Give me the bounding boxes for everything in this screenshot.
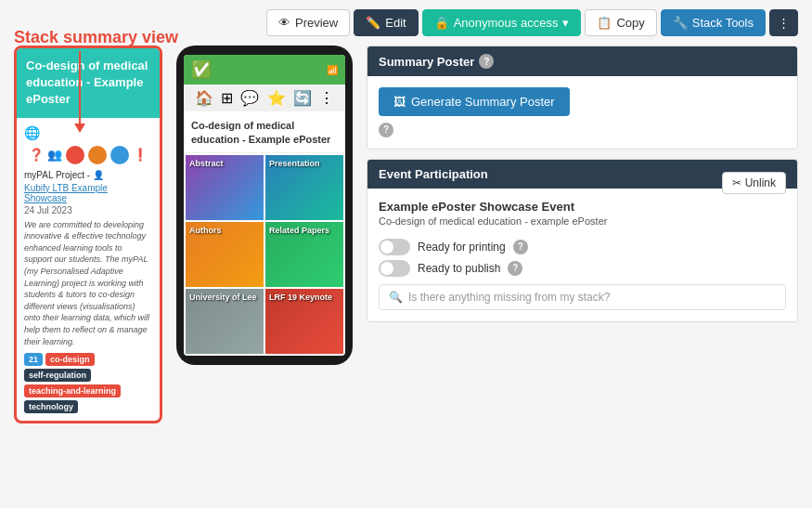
ready-printing-toggle[interactable] (379, 239, 410, 255)
tile-presentation-label: Presentation (269, 159, 320, 168)
mobile-screen: ✅ 📶 🏠 ⊞ 💬 ⭐ 🔄 ⋮ Co-design of medical edu… (184, 55, 345, 356)
blue-dot (110, 146, 129, 164)
copy-label: Copy (616, 16, 644, 30)
stack-card-body: 🌐 ❓ 👥 ❗ myPAL Project - 👤 Kubify LTB Exa… (17, 118, 160, 422)
tile-university-label: University of Lee (189, 293, 257, 302)
printing-help-icon[interactable]: ? (513, 240, 528, 254)
preview-button[interactable]: 👁 Preview (266, 9, 350, 36)
stack-tools-label: Stack Tools (692, 16, 754, 30)
user-icon: 👤 (93, 170, 104, 180)
mobile-title: Co-design of medical education - Example… (184, 111, 345, 153)
icons-row: ❓ 👥 ❗ (24, 146, 152, 164)
tile-authors[interactable]: Authors (186, 222, 264, 287)
summary-poster-panel: Summary Poster ? 🖼 Generate Summary Post… (367, 46, 798, 150)
chevron-down-icon: ▾ (562, 16, 569, 30)
copy-icon: 📋 (597, 16, 612, 30)
unlink-icon: ✂ (732, 176, 741, 189)
event-info: Example ePoster Showcase Event Co-design… (379, 200, 607, 234)
orange-dot (88, 146, 107, 164)
tile-authors-label: Authors (189, 226, 222, 235)
image-icon: 🖼 (393, 95, 406, 109)
tile-university[interactable]: University of Lee (186, 289, 264, 354)
summary-poster-title: Summary Poster (379, 55, 474, 69)
tags-area: 21 co-design self-regulation teaching-an… (24, 353, 152, 413)
tag-self-regulation: self-regulation (24, 369, 91, 382)
stack-tools-button[interactable]: 🔧 Stack Tools (661, 9, 766, 36)
home-nav-icon: 🏠 (195, 89, 213, 107)
tile-lrf[interactable]: LRF 19 Keynote (265, 289, 343, 354)
event-row: Example ePoster Showcase Event Co-design… (379, 200, 786, 234)
ready-printing-label: Ready for printing (418, 241, 506, 254)
chat-nav-icon: 💬 (240, 89, 259, 107)
ready-publish-label: Ready to publish (418, 262, 500, 275)
annotation-arrow (79, 51, 81, 125)
search-placeholder: Is there anything missing from my stack? (408, 291, 610, 304)
mypal-text: myPAL Project - (24, 170, 90, 180)
missing-search-box[interactable]: 🔍 Is there anything missing from my stac… (379, 284, 786, 310)
more-icon: ⋮ (778, 16, 790, 30)
mobile-top-bar: ✅ 📶 (184, 55, 345, 85)
red-dot (66, 146, 84, 164)
refresh-nav-icon: 🔄 (293, 89, 312, 107)
lock-icon: 🔒 (434, 16, 449, 30)
unlink-label: Unlink (745, 176, 776, 189)
tag-technology: technology (24, 400, 78, 413)
mypal-link[interactable]: Kubify LTB Example Showcase (24, 183, 152, 203)
tile-abstract-label: Abstract (189, 159, 224, 168)
grid-nav-icon: ⊞ (221, 89, 233, 107)
preview-label: Preview (295, 16, 338, 30)
main-content: Co-design of medical education - Example… (0, 46, 812, 437)
search-icon: 🔍 (389, 291, 403, 304)
publish-help-icon[interactable]: ? (508, 261, 522, 276)
summary-poster-body: 🖼 Generate Summary Poster ? (367, 76, 797, 149)
edit-button[interactable]: ✏️ Edit (354, 9, 418, 36)
app-logo: ✅ (191, 59, 212, 80)
event-name: Example ePoster Showcase Event (379, 200, 607, 214)
ready-publish-row: Ready to publish ? (379, 260, 786, 277)
ready-publish-toggle[interactable] (379, 260, 410, 277)
question-mark-icon: ❓ (29, 148, 44, 162)
event-participation-panel: Event Participation Example ePoster Show… (367, 159, 798, 322)
copy-button[interactable]: 📋 Copy (585, 9, 656, 36)
mobile-mockup: ✅ 📶 🏠 ⊞ 💬 ⭐ 🔄 ⋮ Co-design of medical edu… (176, 46, 353, 365)
mobile-grid: Abstract Presentation Authors Related Pa… (184, 153, 345, 356)
ready-printing-row: Ready for printing ? (379, 239, 786, 255)
stack-card-title: Co-design of medical education - Example… (26, 59, 148, 106)
event-sub: Co-design of medical education - example… (379, 215, 607, 227)
summary-poster-header: Summary Poster ? (367, 46, 797, 76)
stack-card-header: Co-design of medical education - Example… (17, 48, 160, 118)
tile-presentation[interactable]: Presentation (265, 155, 343, 220)
more-nav-icon: ⋮ (319, 89, 334, 107)
right-panels: Summary Poster ? 🖼 Generate Summary Post… (367, 46, 798, 322)
event-participation-body: Example ePoster Showcase Event Co-design… (367, 189, 797, 321)
generate-help-icon[interactable]: ? (379, 123, 393, 137)
signal-icon: 📶 (327, 65, 338, 75)
generate-summary-poster-button[interactable]: 🖼 Generate Summary Poster (379, 87, 570, 116)
summary-poster-help-icon[interactable]: ? (479, 54, 494, 69)
annotation-title: Stack summary view (14, 28, 178, 47)
star-nav-icon: ⭐ (267, 89, 286, 107)
more-options-button[interactable]: ⋮ (769, 9, 798, 36)
mobile-nav: 🏠 ⊞ 💬 ⭐ 🔄 ⋮ (184, 85, 345, 111)
date-text: 24 Jul 2023 (24, 205, 152, 215)
tag-21: 21 (24, 353, 43, 366)
exclamation-icon: ❗ (133, 148, 148, 162)
tag-codesign: co-design (45, 353, 95, 366)
event-participation-title: Event Participation (379, 167, 488, 181)
tile-related-papers[interactable]: Related Papers (265, 222, 343, 287)
people-icon: 👥 (47, 148, 62, 162)
generate-btn-label: Generate Summary Poster (411, 95, 555, 109)
edit-icon: ✏️ (366, 16, 380, 30)
tile-lrf-label: LRF 19 Keynote (269, 293, 332, 302)
tile-abstract[interactable]: Abstract (186, 155, 264, 220)
preview-icon: 👁 (278, 16, 290, 30)
globe-icon: 🌐 (24, 125, 152, 140)
unlink-button[interactable]: ✂ Unlink (722, 172, 786, 194)
description-text: We are committed to developing innovativ… (24, 219, 152, 348)
stack-card: Co-design of medical education - Example… (14, 46, 162, 423)
wrench-icon: 🔧 (673, 16, 688, 30)
mypal-row: myPAL Project - 👤 Kubify LTB Example Sho… (24, 170, 152, 203)
tag-teaching: teaching-and-learning (24, 384, 121, 397)
anonymous-access-button[interactable]: 🔒 Anonymous access ▾ (422, 9, 582, 36)
edit-label: Edit (385, 16, 406, 30)
